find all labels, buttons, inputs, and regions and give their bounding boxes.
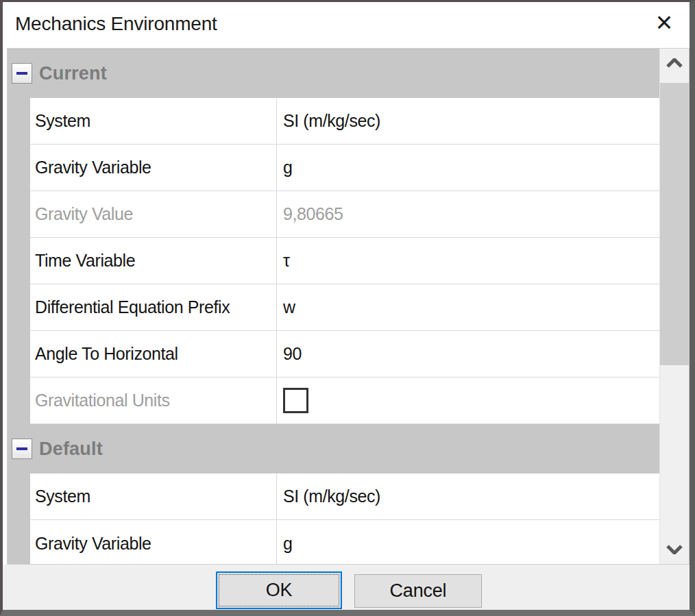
mechanics-environment-dialog: Mechanics Environment × Current System S… [0, 0, 695, 616]
chevron-up-icon [666, 58, 683, 68]
scrollbar-thumb[interactable] [660, 83, 689, 365]
property-value-default-system[interactable]: SI (m/kg/sec) [277, 473, 659, 519]
property-row-gravity-variable: Gravity Variable g [8, 145, 659, 191]
cancel-button[interactable]: Cancel [354, 574, 482, 608]
vertical-scrollbar[interactable] [659, 49, 689, 564]
property-label-gravity-value: Gravity Value [30, 191, 277, 237]
property-label-time-variable: Time Variable [30, 238, 277, 284]
property-value-angle-to-horizontal[interactable]: 90 [277, 331, 659, 377]
collapse-button-default[interactable] [12, 439, 32, 459]
scrollbar-down-button[interactable] [660, 535, 689, 564]
close-button[interactable]: × [648, 6, 680, 39]
row-gutter [8, 191, 30, 238]
property-row-gravity-value: Gravity Value 9,80665 [8, 191, 659, 238]
property-label-differential-equation-prefix: Differential Equation Prefix [30, 284, 277, 330]
property-label-default-gravity-variable: Gravity Variable [30, 520, 277, 565]
property-grid: Current System SI (m/kg/sec) Gravity Var… [7, 48, 690, 565]
collapse-minus-icon [16, 72, 27, 75]
section-header-current: Current [8, 49, 659, 98]
property-row-time-variable: Time Variable τ [8, 238, 659, 284]
section-title-current: Current [39, 63, 107, 84]
dialog-title: Mechanics Environment [15, 2, 217, 48]
property-value-gravity-variable[interactable]: g [277, 145, 659, 190]
property-label-angle-to-horizontal: Angle To Horizontal [30, 331, 277, 377]
title-bar: Mechanics Environment × [3, 2, 690, 48]
property-row-angle-to-horizontal: Angle To Horizontal 90 [8, 331, 659, 378]
chevron-down-icon [666, 545, 683, 554]
row-gutter [8, 473, 30, 520]
property-row-system: System SI (m/kg/sec) [8, 98, 659, 145]
property-table: Current System SI (m/kg/sec) Gravity Var… [8, 49, 659, 565]
row-gutter [8, 378, 30, 424]
property-row-differential-equation-prefix: Differential Equation Prefix w [8, 284, 659, 331]
property-label-system: System [30, 98, 277, 144]
row-gutter [8, 331, 30, 378]
property-value-system[interactable]: SI (m/kg/sec) [277, 98, 659, 144]
property-label-gravity-variable: Gravity Variable [30, 145, 277, 190]
property-row-default-gravity-variable: Gravity Variable g [8, 520, 659, 565]
property-value-gravity-value: 9,80665 [277, 191, 659, 237]
property-value-time-variable[interactable]: τ [277, 238, 659, 284]
property-label-default-system: System [30, 473, 277, 519]
property-value-default-gravity-variable[interactable]: g [277, 520, 659, 565]
property-row-default-system: System SI (m/kg/sec) [8, 473, 659, 520]
ok-button[interactable]: OK [216, 571, 342, 609]
row-gutter [8, 284, 30, 331]
button-panel: OK Cancel [3, 565, 690, 610]
section-title-default: Default [39, 439, 103, 460]
scrollbar-up-button[interactable] [660, 49, 689, 77]
property-row-gravitational-units: Gravitational Units [8, 378, 659, 424]
row-gutter [8, 145, 30, 191]
row-gutter [8, 520, 30, 565]
property-label-gravitational-units: Gravitational Units [30, 378, 277, 423]
collapse-minus-icon [16, 447, 27, 450]
collapse-button-current[interactable] [12, 63, 32, 84]
row-gutter [8, 98, 30, 145]
gravitational-units-checkbox[interactable] [283, 388, 308, 413]
property-value-differential-equation-prefix[interactable]: w [277, 284, 659, 330]
row-gutter [8, 238, 30, 284]
section-header-default: Default [8, 424, 659, 473]
close-icon: × [656, 8, 673, 37]
